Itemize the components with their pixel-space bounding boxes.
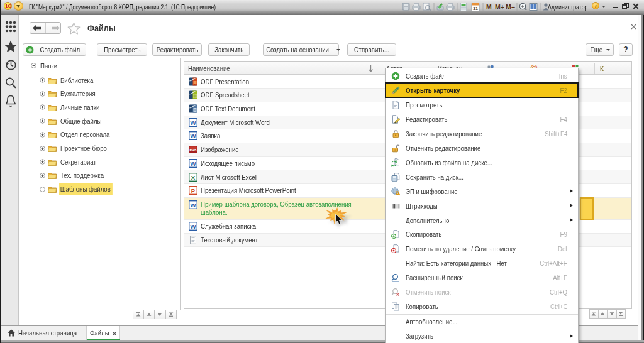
- svg-text:M−: M−: [506, 3, 515, 11]
- svg-text:M: M: [486, 3, 492, 11]
- svg-text:31: 31: [473, 6, 478, 11]
- svg-text:M+: M+: [495, 3, 504, 11]
